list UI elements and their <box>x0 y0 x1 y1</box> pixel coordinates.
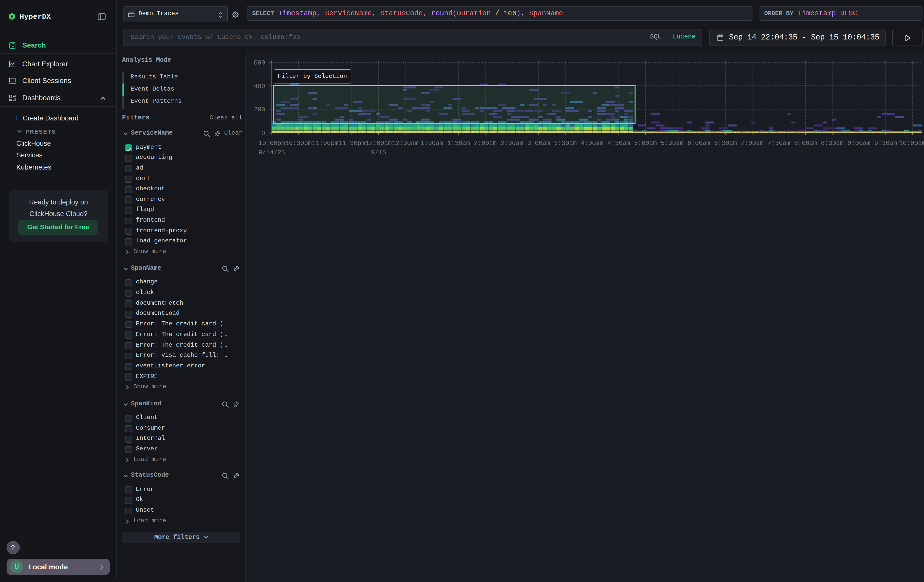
svg-text:10:00am: 10:00am <box>899 140 924 147</box>
svg-text:11:00pm: 11:00pm <box>312 140 338 147</box>
svg-text:2:00am: 2:00am <box>474 140 497 147</box>
svg-text:6:00am: 6:00am <box>687 140 710 147</box>
svg-text:9/14/25: 9/14/25 <box>258 149 285 157</box>
svg-text:12:30am: 12:30am <box>392 140 419 147</box>
svg-text:8:00am: 8:00am <box>794 140 817 147</box>
svg-text:6:30am: 6:30am <box>714 140 737 147</box>
svg-text:5:00am: 5:00am <box>634 140 657 147</box>
svg-text:0: 0 <box>261 130 265 137</box>
svg-text:4:30am: 4:30am <box>607 140 630 147</box>
svg-text:2:30am: 2:30am <box>501 140 523 147</box>
svg-text:1:30am: 1:30am <box>447 140 470 147</box>
svg-text:12:00am: 12:00am <box>365 140 392 147</box>
svg-text:11:30pm: 11:30pm <box>338 140 365 147</box>
svg-text:8:30am: 8:30am <box>821 140 844 147</box>
svg-text:9/15: 9/15 <box>371 149 386 157</box>
svg-text:4:00am: 4:00am <box>581 140 604 147</box>
svg-text:600: 600 <box>254 59 265 66</box>
svg-text:3:00am: 3:00am <box>527 140 550 147</box>
svg-text:9:00am: 9:00am <box>848 140 870 147</box>
svg-text:400: 400 <box>254 83 265 90</box>
svg-text:10:30pm: 10:30pm <box>285 140 312 147</box>
svg-text:7:30am: 7:30am <box>767 140 790 147</box>
svg-text:9:30am: 9:30am <box>874 140 897 147</box>
svg-text:200: 200 <box>254 106 265 113</box>
svg-text:3:30am: 3:30am <box>554 140 577 147</box>
svg-text:5:30am: 5:30am <box>661 140 683 147</box>
svg-text:7:00am: 7:00am <box>741 140 764 147</box>
svg-text:10:00pm: 10:00pm <box>258 140 285 147</box>
svg-text:1:00am: 1:00am <box>421 140 443 147</box>
